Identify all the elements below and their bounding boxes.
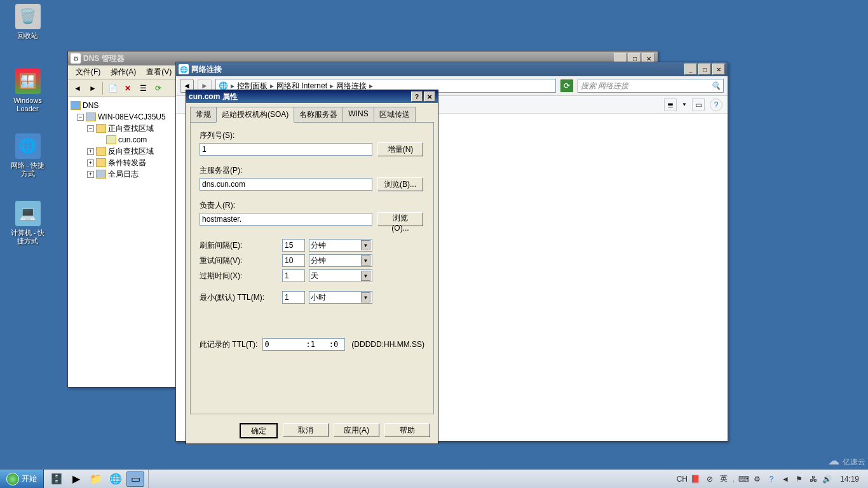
windows-orb-icon (6, 473, 19, 485)
ql-show-desktop[interactable]: ▭ (126, 471, 144, 487)
browse-primary-button[interactable]: 浏览(B)... (377, 177, 423, 191)
tab-panel-soa: 序列号(S): 增量(N) 主服务器(P): 浏览(B)... 负责人(R): … (190, 122, 434, 414)
tab-wins[interactable]: WINS (342, 107, 374, 122)
search-input[interactable]: 搜索 网络连接 🔍 (578, 79, 724, 93)
expire-unit-select[interactable]: 天▼ (309, 269, 372, 282)
tab-general[interactable]: 常规 (190, 107, 217, 122)
net-titlebar[interactable]: 🌐 网络连接 _ □ ✕ (176, 62, 728, 76)
refresh-unit-select[interactable]: 分钟▼ (309, 239, 372, 252)
ql-explorer[interactable]: 📁 (87, 471, 105, 487)
refresh-button[interactable]: ⟳ (560, 79, 574, 93)
icon-label: 网络 - 快捷 方式 (4, 161, 51, 178)
tab-zone-transfer[interactable]: 区域传送 (374, 107, 416, 122)
desktop-icon-recycle[interactable]: 🗑️ 回收站 (4, 4, 51, 40)
back-button[interactable]: ◄ (71, 81, 85, 95)
clock[interactable]: 14:19 (836, 475, 863, 484)
tray-expand-icon[interactable]: ◄ (780, 475, 790, 484)
help-button[interactable]: 帮助 (384, 423, 430, 437)
collapse-icon[interactable]: − (77, 114, 84, 121)
forward-button[interactable]: ► (86, 81, 100, 95)
server-icon (86, 112, 96, 121)
close-button[interactable]: ✕ (424, 92, 435, 102)
dialog-title: cun.com 属性 (189, 92, 238, 102)
apply-button[interactable]: 应用(A) (334, 423, 379, 437)
primary-label: 主服务器(P): (200, 165, 424, 176)
tab-ns[interactable]: 名称服务器 (294, 107, 343, 122)
collapse-icon[interactable]: − (87, 125, 94, 132)
dns-app-icon: ⚙ (71, 53, 81, 64)
net-title: 网络连接 (191, 64, 684, 75)
expand-icon[interactable]: + (87, 159, 94, 166)
refresh-value-input[interactable] (282, 239, 305, 252)
tray-volume-icon[interactable]: 🔊 (822, 475, 832, 484)
view-options-button[interactable]: ≣ (664, 98, 677, 111)
search-icon[interactable]: 🔍 (711, 81, 721, 90)
tab-soa[interactable]: 起始授权机构(SOA) (216, 107, 294, 123)
ime-language[interactable]: CH (677, 475, 687, 484)
ime-softkbd-icon[interactable]: ⌨ (738, 475, 749, 484)
close-button[interactable]: ✕ (712, 64, 725, 75)
ime-input-mode[interactable]: 英 (719, 473, 729, 484)
expire-label: 过期时间(X): (200, 271, 282, 281)
network-app-icon: 🌐 (179, 64, 189, 74)
icon-label: 回收站 (4, 32, 51, 40)
properties-button[interactable]: ☰ (136, 81, 150, 95)
retry-value-input[interactable] (282, 254, 305, 267)
ime-indicator-icon[interactable]: 📕 (691, 475, 701, 484)
record-ttl-input[interactable] (262, 338, 345, 351)
minttl-unit-select[interactable]: 小时▼ (309, 291, 372, 304)
responsible-label: 负责人(R): (200, 200, 424, 211)
dropdown-icon[interactable]: ▼ (682, 102, 687, 107)
desktop-icon-computer[interactable]: 💻 计算机 - 快 捷方式 (4, 201, 51, 245)
start-button[interactable]: 开始 (0, 470, 44, 489)
desktop-icon-network[interactable]: 🌐 网络 - 快捷 方式 (4, 133, 51, 178)
icon-label: 计算机 - 快 捷方式 (4, 229, 51, 245)
maximize-button[interactable]: □ (698, 64, 711, 75)
network-icon: 🌐 (219, 81, 228, 90)
chevron-right-icon[interactable]: ▸ (369, 81, 373, 90)
help-button[interactable]: ? (411, 92, 423, 102)
ql-network[interactable]: 🌐 (107, 471, 125, 487)
responsible-input[interactable] (200, 213, 372, 226)
cancel-button[interactable]: 取消 (283, 423, 329, 437)
help-button[interactable]: ? (710, 98, 722, 111)
ime-status-icon[interactable]: ⊘ (705, 475, 715, 484)
browse-responsible-button[interactable]: 浏览(O)... (377, 212, 423, 226)
minttl-value-input[interactable] (282, 291, 305, 304)
ime-settings-icon[interactable]: ⚙ (752, 475, 763, 484)
record-ttl-hint: (DDDDD:HH.MM.SS) (351, 340, 424, 349)
minimize-button[interactable]: _ (684, 64, 697, 75)
folder-icon (96, 147, 106, 156)
ime-help-icon[interactable]: ? (766, 475, 776, 484)
system-tray: CH 📕 ⊘ 英 , ⌨ ⚙ ? ◄ ⚑ 🖧 🔊 14:19 (672, 473, 868, 484)
preview-pane-button[interactable]: ▭ (692, 98, 705, 111)
menu-view[interactable]: 查看(V) (142, 65, 175, 79)
ql-powershell[interactable]: ▶ (67, 471, 85, 487)
chevron-down-icon: ▼ (361, 271, 370, 281)
delete-button[interactable]: ✕ (121, 81, 135, 95)
expand-icon[interactable]: + (87, 148, 94, 155)
properties-dialog: cun.com 属性 ? ✕ 常规 起始授权机构(SOA) 名称服务器 WINS… (186, 90, 438, 444)
retry-unit-select[interactable]: 分钟▼ (309, 254, 372, 267)
log-icon (96, 170, 106, 179)
tray-flag-icon[interactable]: ⚑ (794, 475, 804, 484)
primary-server-input[interactable] (200, 178, 372, 191)
expire-value-input[interactable] (282, 269, 305, 282)
refresh-button[interactable]: ⟳ (151, 81, 165, 95)
new-button[interactable]: 📄 (105, 81, 119, 95)
minttl-label: 最小(默认) TTL(M): (200, 292, 282, 303)
ql-server-manager[interactable]: 🗄️ (48, 471, 65, 487)
menu-action[interactable]: 操作(A) (107, 65, 140, 79)
ok-button[interactable]: 确定 (240, 423, 278, 438)
tab-strip: 常规 起始授权机构(SOA) 名称服务器 WINS 区域传送 (186, 103, 438, 122)
serial-input[interactable] (200, 143, 372, 156)
expand-icon[interactable]: + (87, 171, 94, 178)
folder-icon (96, 158, 106, 167)
menu-file[interactable]: 文件(F) (72, 65, 104, 79)
retry-label: 重试间隔(V): (200, 255, 282, 266)
dialog-titlebar[interactable]: cun.com 属性 ? ✕ (186, 90, 438, 103)
tray-network-icon[interactable]: 🖧 (808, 475, 818, 484)
desktop-icon-wloader[interactable]: 🪟 Windows Loader (4, 69, 51, 113)
quick-launch: 🗄️ ▶ 📁 🌐 ▭ (44, 470, 149, 488)
increment-button[interactable]: 增量(N) (377, 142, 423, 156)
